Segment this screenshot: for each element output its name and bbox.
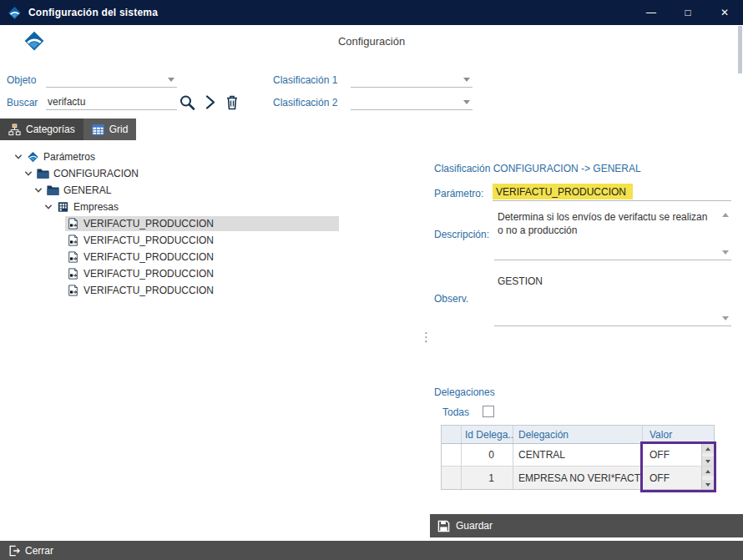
search-input[interactable] xyxy=(46,93,177,110)
chevron-down-icon xyxy=(463,78,470,82)
chevron-down-icon xyxy=(463,100,470,104)
tree-expander-icon[interactable] xyxy=(53,252,65,262)
tree-expander-icon[interactable] xyxy=(33,185,45,195)
app-icon xyxy=(8,6,22,20)
clasificacion2-label: Clasificación 2 xyxy=(273,97,337,108)
page-title: Configuración xyxy=(0,35,743,48)
tree-item[interactable]: VERIFACTU_PRODUCCION xyxy=(7,265,339,282)
scroll-up-icon[interactable] xyxy=(722,213,729,217)
tree-expander-icon[interactable] xyxy=(13,152,25,162)
todas-checkbox[interactable] xyxy=(483,406,494,417)
classification-path: Clasificación CONFIGURACION -> GENERAL xyxy=(434,163,641,174)
tree-node-label: GENERAL xyxy=(63,184,111,196)
save-button[interactable]: Guardar xyxy=(430,514,743,537)
splitter-handle[interactable] xyxy=(420,330,428,348)
clasificacion2-select[interactable] xyxy=(351,93,473,110)
tree-item[interactable]: VERIFACTU_PRODUCCION xyxy=(7,215,339,232)
tree-item[interactable]: VERIFACTU_PRODUCCION xyxy=(7,232,339,249)
search-icon[interactable] xyxy=(179,93,195,111)
valor-text: OFF xyxy=(649,472,670,484)
scrollbar-thumb[interactable] xyxy=(738,26,742,73)
tab-grid-label: Grid xyxy=(109,124,129,135)
tree-node-icon xyxy=(47,184,59,196)
tab-grid[interactable]: Grid xyxy=(83,119,137,140)
delegations-table-header: Id Delega... Delegación Valor xyxy=(442,426,714,444)
tree-node-label: Empresas xyxy=(73,201,119,213)
parametro-value: VERIFACTU_PRODUCCION xyxy=(493,184,633,199)
buscar-label: Buscar xyxy=(7,97,38,108)
tree-node-label: VERIFACTU_PRODUCCION xyxy=(83,268,214,280)
chevron-down-icon[interactable] xyxy=(722,250,729,255)
observ-field[interactable]: GESTION xyxy=(494,270,731,326)
header-id-delegacion[interactable]: Id Delega... xyxy=(462,426,513,443)
chevron-down-icon[interactable] xyxy=(722,316,729,320)
delegations-table-body: 0 CENTRAL OFF 1 EMPRESA NO VERI*FACTU OF… xyxy=(442,444,714,489)
tree-node-label: VERIFACTU_PRODUCCION xyxy=(83,285,214,296)
row-selector-cell[interactable] xyxy=(442,444,462,466)
spin-down-icon[interactable] xyxy=(702,480,714,489)
next-icon[interactable] xyxy=(202,93,219,111)
spin-up-icon[interactable] xyxy=(702,444,714,453)
spin-up-icon[interactable] xyxy=(702,467,714,476)
tree-expander-icon[interactable] xyxy=(23,169,35,179)
tree-item[interactable]: GENERAL xyxy=(7,182,339,199)
maximize-button[interactable]: □ xyxy=(670,0,706,25)
tree-item[interactable]: Parámetros xyxy=(7,149,339,165)
org-chart-icon xyxy=(8,124,21,136)
cell-id: 1 xyxy=(462,467,513,489)
objeto-value xyxy=(46,73,48,85)
tree-node-label: VERIFACTU_PRODUCCION xyxy=(83,251,214,263)
observ-label: Observ. xyxy=(434,293,468,305)
tree-expander-icon[interactable] xyxy=(53,219,65,229)
cell-delegacion: EMPRESA NO VERI*FACTU xyxy=(513,467,643,489)
cell-valor[interactable]: OFF xyxy=(643,467,714,489)
objeto-select[interactable] xyxy=(46,71,177,88)
todas-label: Todas xyxy=(442,406,469,418)
table-row[interactable]: 0 CENTRAL OFF xyxy=(442,444,714,467)
minimize-button[interactable]: — xyxy=(633,0,670,25)
tree-item[interactable]: VERIFACTU_PRODUCCION xyxy=(7,282,339,299)
tree-node-icon xyxy=(57,201,69,213)
spin-down-icon[interactable] xyxy=(702,457,714,466)
tree-item[interactable]: CONFIGURACION xyxy=(7,165,339,182)
status-bar: Cerrar xyxy=(0,541,743,560)
tree-node-icon xyxy=(67,235,79,246)
titlebar: Configuración del sistema — □ ✕ xyxy=(0,0,743,25)
row-selector-cell[interactable] xyxy=(442,467,462,489)
window-title: Configuración del sistema xyxy=(28,7,158,18)
window-controls: — □ ✕ xyxy=(633,0,743,25)
cerrar-button[interactable]: Cerrar xyxy=(0,541,62,560)
tree-item[interactable]: Empresas xyxy=(7,199,339,215)
valor-spinner xyxy=(701,444,714,466)
cerrar-label: Cerrar xyxy=(25,545,53,557)
tree-node-label: Parámetros xyxy=(43,151,95,163)
clasificacion1-value xyxy=(351,73,352,85)
logout-icon xyxy=(8,545,20,557)
trash-icon[interactable] xyxy=(224,93,240,111)
cell-valor[interactable]: OFF xyxy=(643,444,714,466)
tree-item[interactable]: VERIFACTU_PRODUCCION xyxy=(7,249,339,265)
clasificacion1-select[interactable] xyxy=(351,71,473,88)
tree: Parámetros CONFIGURACION GENERAL Empresa… xyxy=(7,149,339,299)
tree-expander-icon[interactable] xyxy=(53,285,65,295)
tab-categorias[interactable]: Categorías xyxy=(0,119,83,140)
header-delegacion[interactable]: Delegación xyxy=(513,426,643,443)
descripcion-field[interactable]: Determina si los envíos de verifactu se … xyxy=(494,206,731,260)
header-valor[interactable]: Valor xyxy=(643,426,714,443)
tree-expander-icon[interactable] xyxy=(43,202,55,212)
clasificacion1-label: Clasificación 1 xyxy=(273,74,337,86)
tree-node-label: VERIFACTU_PRODUCCION xyxy=(83,218,214,230)
table-row[interactable]: 1 EMPRESA NO VERI*FACTU OFF xyxy=(442,467,714,489)
close-button[interactable]: ✕ xyxy=(706,0,743,25)
delegaciones-title: Delegaciones xyxy=(434,386,495,398)
objeto-label: Objeto xyxy=(7,74,36,86)
descripcion-value: Determina si los envíos de verifactu se … xyxy=(494,206,725,237)
parametro-field[interactable]: VERIFACTU_PRODUCCION xyxy=(493,184,731,201)
delegations-table: Id Delega... Delegación Valor 0 CENTRAL … xyxy=(441,425,715,490)
save-icon xyxy=(437,520,450,532)
tree-node-label: VERIFACTU_PRODUCCION xyxy=(83,235,214,246)
tree-expander-icon[interactable] xyxy=(53,269,65,279)
tree-expander-icon[interactable] xyxy=(53,235,65,245)
chevron-down-icon xyxy=(168,78,174,82)
tree-node-icon xyxy=(67,268,79,280)
